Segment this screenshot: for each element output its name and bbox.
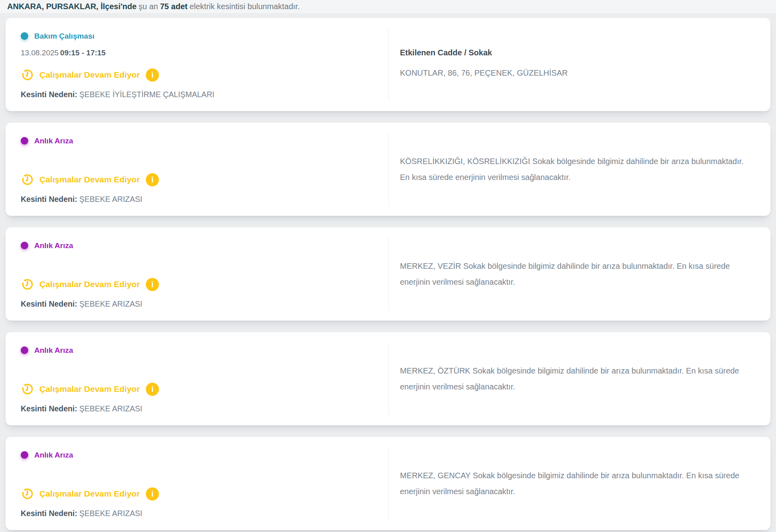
info-icon[interactable]: i — [146, 173, 159, 186]
outage-card-left: Anlık Arıza Çalışmalar Devam Ediyor i Ke… — [6, 332, 388, 425]
outage-card-right: MERKEZ, ÖZTÜRK Sokak bölgesinde bilgimiz… — [388, 342, 770, 415]
clock-history-icon — [21, 68, 34, 82]
outage-reason-row: Kesinti Nedeni:ŞEBEKE ARIZASI — [21, 404, 388, 415]
outage-card-list: Bakım Çalışması 13.08.202509:15 - 17:15 … — [0, 13, 776, 530]
outage-type-label: Anlık Arıza — [34, 451, 73, 460]
info-icon[interactable]: i — [146, 68, 159, 82]
outage-card-left: Anlık Arıza Çalışmalar Devam Ediyor i Ke… — [6, 437, 388, 530]
info-icon[interactable]: i — [146, 383, 159, 396]
outage-detail-text: KONUTLAR, 86, 76, PEÇENEK, GÜZELHİSAR — [400, 65, 752, 81]
outage-reason-label: Kesinti Nedeni: — [21, 195, 77, 203]
outage-reason-row: Kesinti Nedeni:ŞEBEKE ARIZASI — [21, 299, 388, 310]
outage-card: Anlık Arıza Çalışmalar Devam Ediyor i Ke… — [6, 437, 770, 530]
outage-date: 13.08.2025 — [21, 49, 59, 57]
outage-status-row: Çalışmalar Devam Ediyor i — [21, 278, 388, 291]
outage-date-row: 13.08.202509:15 - 17:15 — [21, 49, 388, 59]
outage-reason-label: Kesinti Nedeni: — [21, 90, 77, 99]
outage-type-dot-icon — [21, 137, 28, 145]
outage-type-dot-icon — [21, 242, 28, 249]
clock-history-icon — [21, 278, 34, 291]
outage-detail-text: KÖSRELİKKIZIĞI, KÖSRELİKKIZIĞI Sokak böl… — [400, 153, 752, 185]
outage-type-label: Bakım Çalışması — [34, 32, 94, 41]
outage-card-right: KÖSRELİKKIZIĞI, KÖSRELİKKIZIĞI Sokak böl… — [388, 133, 770, 206]
outage-status-label: Çalışmalar Devam Ediyor — [39, 384, 140, 394]
outage-time-range: 09:15 - 17:15 — [60, 49, 106, 57]
outage-card-left: Bakım Çalışması 13.08.202509:15 - 17:15 … — [6, 18, 388, 111]
outage-status-row: Çalışmalar Devam Ediyor i — [21, 487, 388, 501]
outage-card: Bakım Çalışması 13.08.202509:15 - 17:15 … — [6, 18, 770, 111]
outage-status-label: Çalışmalar Devam Ediyor — [39, 175, 140, 184]
clock-history-icon — [21, 173, 34, 186]
outage-reason-label: Kesinti Nedeni: — [21, 404, 77, 413]
outage-type-dot-icon — [21, 32, 28, 40]
outage-type-row: Anlık Arıza — [21, 241, 388, 250]
outage-detail-text: MERKEZ, VEZİR Sokak bölgesinde bilgimiz … — [400, 258, 752, 290]
info-icon[interactable]: i — [146, 487, 159, 501]
info-icon[interactable]: i — [146, 278, 159, 291]
clock-history-icon — [21, 487, 34, 501]
header-outage-count: 75 adet — [160, 2, 188, 11]
outage-status-row: Çalışmalar Devam Ediyor i — [21, 68, 388, 82]
outage-type-dot-icon — [21, 451, 28, 459]
outage-status-row: Çalışmalar Devam Ediyor i — [21, 382, 388, 396]
outage-reason-value: ŞEBEKE ARIZASI — [79, 195, 142, 203]
outage-card-right: Etkilenen Cadde / Sokak KONUTLAR, 86, 76… — [388, 28, 770, 101]
outage-card: Anlık Arıza Çalışmalar Devam Ediyor i Ke… — [6, 227, 770, 321]
outage-type-label: Anlık Arıza — [34, 346, 73, 355]
outage-card: Anlık Arıza Çalışmalar Devam Ediyor i Ke… — [6, 123, 770, 216]
outage-status-row: Çalışmalar Devam Ediyor i — [21, 173, 388, 186]
outage-date-row — [21, 153, 388, 163]
outage-type-row: Anlık Arıza — [21, 345, 388, 355]
affected-streets-heading: Etkilenen Cadde / Sokak — [400, 48, 752, 57]
outage-type-row: Bakım Çalışması — [21, 31, 388, 41]
outage-reason-row: Kesinti Nedeni:ŞEBEKE ARIZASI — [21, 195, 388, 205]
header-location: ANKARA, PURSAKLAR, İlçesi'nde — [7, 2, 137, 11]
outage-reason-value: ŞEBEKE ARIZASI — [79, 509, 142, 518]
outage-date-row — [21, 467, 388, 477]
outage-detail-text: MERKEZ, GENCAY Sokak bölgesinde bilgimiz… — [400, 467, 752, 499]
outage-status-label: Çalışmalar Devam Ediyor — [39, 70, 140, 80]
header-tail-text: elektrik kesintisi bulunmaktadır. — [190, 2, 300, 11]
outage-reason-row: Kesinti Nedeni:ŞEBEKE ARIZASI — [21, 509, 388, 519]
header-mid-text: şu an — [139, 2, 158, 11]
outage-reason-row: Kesinti Nedeni:ŞEBEKE İYİLEŞTİRME ÇALIŞM… — [21, 90, 388, 100]
outage-status-label: Çalışmalar Devam Ediyor — [39, 489, 140, 499]
outage-reason-value: ŞEBEKE İYİLEŞTİRME ÇALIŞMALARI — [79, 90, 214, 99]
outage-card-right: MERKEZ, GENCAY Sokak bölgesinde bilgimiz… — [388, 447, 770, 520]
outage-type-label: Anlık Arıza — [34, 137, 73, 145]
outage-type-label: Anlık Arıza — [34, 241, 73, 250]
outage-date-row — [21, 258, 388, 268]
outage-card-right: MERKEZ, VEZİR Sokak bölgesinde bilgimiz … — [388, 237, 770, 311]
outage-reason-value: ŞEBEKE ARIZASI — [79, 299, 142, 308]
outage-summary-header: ANKARA, PURSAKLAR, İlçesi'nde şu an 75 a… — [0, 0, 776, 13]
outage-reason-value: ŞEBEKE ARIZASI — [79, 404, 142, 413]
outage-reason-label: Kesinti Nedeni: — [21, 509, 77, 518]
outage-card-left: Anlık Arıza Çalışmalar Devam Ediyor i Ke… — [6, 227, 388, 321]
outage-date-row — [21, 363, 388, 373]
clock-history-icon — [21, 382, 34, 396]
outage-reason-label: Kesinti Nedeni: — [21, 299, 77, 308]
outage-type-row: Anlık Arıza — [21, 450, 388, 460]
outage-detail-text: MERKEZ, ÖZTÜRK Sokak bölgesinde bilgimiz… — [400, 363, 752, 395]
outage-card: Anlık Arıza Çalışmalar Devam Ediyor i Ke… — [6, 332, 770, 425]
outage-status-label: Çalışmalar Devam Ediyor — [39, 280, 140, 289]
outage-type-row: Anlık Arıza — [21, 136, 388, 146]
outage-type-dot-icon — [21, 346, 28, 354]
outage-card-left: Anlık Arıza Çalışmalar Devam Ediyor i Ke… — [6, 123, 388, 216]
